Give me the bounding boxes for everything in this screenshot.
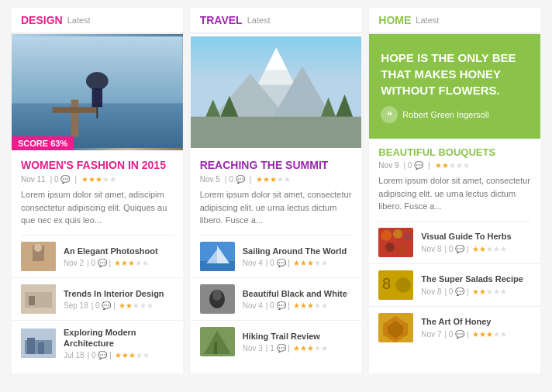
- svg-point-39: [381, 230, 392, 241]
- home-main-comments: | 0 💬: [403, 161, 423, 170]
- modern-comment: | 0 💬 |: [88, 351, 112, 359]
- salads-title[interactable]: The Super Salads Recipe: [421, 273, 531, 284]
- modern-info: Exploring Modern Architecture Jul 18 | 0…: [64, 327, 174, 360]
- svg-rect-3: [53, 107, 98, 113]
- svg-rect-15: [27, 338, 35, 354]
- list-item: The Art Of Honey Nov 7 | 0 💬 | ★★★★★: [369, 307, 540, 349]
- herbs-info: Visual Guide To Herbs Nov 8 | 0 💬 | ★★★★…: [421, 231, 531, 253]
- svg-point-4: [86, 72, 109, 90]
- svg-point-9: [34, 244, 42, 252]
- list-item: Trends In Interior Design Sep 18 | 0 💬 |…: [12, 278, 183, 321]
- travel-main-excerpt: Lorem ipsum dolor sit amet, consectetur …: [191, 188, 362, 235]
- salads-stars: ★★★★★: [472, 287, 507, 296]
- honey-meta: Nov 7 | 0 💬 | ★★★★★: [421, 330, 531, 339]
- modern-title[interactable]: Exploring Modern Architecture: [64, 327, 174, 349]
- travel-main-title[interactable]: REACHING THE SUMMIT: [191, 150, 362, 175]
- svg-rect-2: [71, 100, 79, 137]
- travel-main-stars: ★★★★★: [256, 175, 291, 184]
- honey-title[interactable]: The Art Of Honey: [421, 316, 531, 327]
- honey-date: Nov 7: [421, 330, 441, 339]
- photoshoot-comment: | 0 💬 |: [87, 259, 111, 267]
- svg-text:8: 8: [382, 275, 391, 292]
- interior-stars: ★★★★★: [119, 301, 154, 310]
- photoshoot-date: Nov 2: [64, 259, 84, 267]
- interior-title[interactable]: Trends In Interior Design: [64, 288, 174, 299]
- list-item: An Elegant Photoshoot Nov 2 | 0 💬 | ★★★★…: [12, 236, 183, 278]
- blackwhite-meta: Nov 4 | 0 💬 | ★★★★★: [243, 301, 353, 310]
- quote-author: ❝ Robert Green Ingersoll: [381, 106, 529, 123]
- blackwhite-stars: ★★★★★: [293, 301, 328, 310]
- design-main-comments: | 0 💬: [50, 175, 71, 184]
- travel-hero-image: [191, 34, 362, 150]
- list-item: Sailing Around The World Nov 4 | 0 💬 | ★…: [191, 236, 362, 278]
- honey-thumb: [378, 313, 413, 342]
- home-latest-label: Latest: [416, 15, 439, 25]
- home-main-title[interactable]: BEAUTIFUL BOUQUETS: [369, 139, 540, 161]
- herbs-date: Nov 8: [421, 245, 441, 253]
- sailing-thumb: [200, 242, 235, 271]
- svg-point-41: [404, 233, 412, 241]
- sailing-title[interactable]: Sailing Around The World: [243, 246, 353, 256]
- score-badge: SCORE 63%: [12, 136, 74, 150]
- hiking-title[interactable]: Hiking Trail Review: [243, 331, 353, 342]
- quote-icon: ❝: [381, 106, 398, 123]
- interior-date: Sep 18: [64, 301, 88, 310]
- design-hero-image: SCORE 63%: [12, 34, 183, 150]
- design-hero-placeholder: [12, 34, 183, 150]
- salads-meta: Nov 8 | 0 💬 | ★★★★★: [421, 287, 531, 296]
- travel-latest-label: Latest: [247, 15, 271, 25]
- home-main-divider: |: [428, 161, 430, 170]
- modern-thumb: [21, 328, 56, 358]
- travel-main-date: Nov 5: [200, 175, 220, 184]
- quote-author-name: Robert Green Ingersoll: [402, 110, 488, 119]
- blackwhite-title[interactable]: Beautiful Black and White: [243, 288, 353, 299]
- photoshoot-info: An Elegant Photoshoot Nov 2 | 0 💬 | ★★★★…: [64, 246, 174, 267]
- hiking-thumb: [200, 327, 235, 356]
- honey-info: The Art Of Honey Nov 7 | 0 💬 | ★★★★★: [421, 316, 531, 338]
- interior-meta: Sep 18 | 0 💬 | ★★★★★: [64, 301, 174, 310]
- svg-point-40: [393, 229, 402, 239]
- modern-stars: ★★★★★: [115, 351, 150, 359]
- salads-comment: | 0 💬 |: [444, 287, 468, 296]
- travel-column: TRAVEL Latest: [191, 8, 362, 373]
- comment-icon: 💬: [60, 175, 70, 184]
- svg-rect-5: [92, 88, 102, 107]
- travel-main-comments: | 0 💬: [225, 175, 245, 184]
- main-container: DESIGN Latest: [0, 0, 552, 381]
- salads-thumb: 8: [378, 270, 413, 300]
- photoshoot-title[interactable]: An Elegant Photoshoot: [64, 246, 174, 256]
- travel-main-meta: Nov 5 | 0 💬 | ★★★★★: [191, 175, 362, 188]
- salads-info: The Super Salads Recipe Nov 8 | 0 💬 | ★★…: [421, 273, 531, 295]
- design-section-name: DESIGN: [21, 14, 63, 26]
- interior-comment: | 0 💬 |: [91, 301, 116, 310]
- list-item: Exploring Modern Architecture Jul 18 | 0…: [12, 321, 183, 366]
- photoshoot-stars: ★★★★★: [114, 259, 149, 267]
- hiking-info: Hiking Trail Review Nov 3 | 1 💬 | ★★★★★: [243, 331, 353, 352]
- sailing-comment: | 0 💬 |: [266, 259, 290, 267]
- list-item: 8 The Super Salads Recipe Nov 8 | 0 💬 | …: [369, 264, 540, 307]
- design-latest-label: Latest: [67, 15, 91, 25]
- home-main-stars: ★★★★★: [435, 161, 470, 170]
- blackwhite-thumb: [200, 284, 235, 314]
- salads-date: Nov 8: [421, 287, 441, 296]
- herbs-title[interactable]: Visual Guide To Herbs: [421, 231, 531, 242]
- design-main-title[interactable]: WOMEN'S FASHION IN 2015: [12, 150, 183, 175]
- herbs-thumb: [378, 228, 413, 257]
- home-main-excerpt: Lorem ipsum dolor sit amet, consectetur …: [369, 174, 540, 221]
- home-header: HOME Latest: [369, 8, 540, 34]
- travel-section-name: TRAVEL: [200, 14, 243, 26]
- home-main-date: Nov 9: [378, 161, 398, 170]
- svg-rect-23: [191, 117, 362, 148]
- sailing-stars: ★★★★★: [293, 259, 328, 267]
- list-item: Visual Guide To Herbs Nov 8 | 0 💬 | ★★★★…: [369, 222, 540, 264]
- svg-rect-16: [38, 342, 44, 354]
- svg-rect-12: [29, 296, 35, 305]
- design-main-meta: Nov 11 | 0 💬 | ★★★★★: [12, 175, 183, 188]
- design-main-divider: |: [74, 175, 77, 184]
- photoshoot-thumb: [21, 242, 56, 271]
- modern-meta: Jul 18 | 0 💬 | ★★★★★: [64, 351, 174, 359]
- hiking-date: Nov 3: [243, 344, 263, 352]
- home-column: HOME Latest HOPE IS THE ONLY BEE THAT MA…: [369, 8, 540, 373]
- svg-point-42: [385, 242, 395, 252]
- svg-point-43: [396, 244, 407, 255]
